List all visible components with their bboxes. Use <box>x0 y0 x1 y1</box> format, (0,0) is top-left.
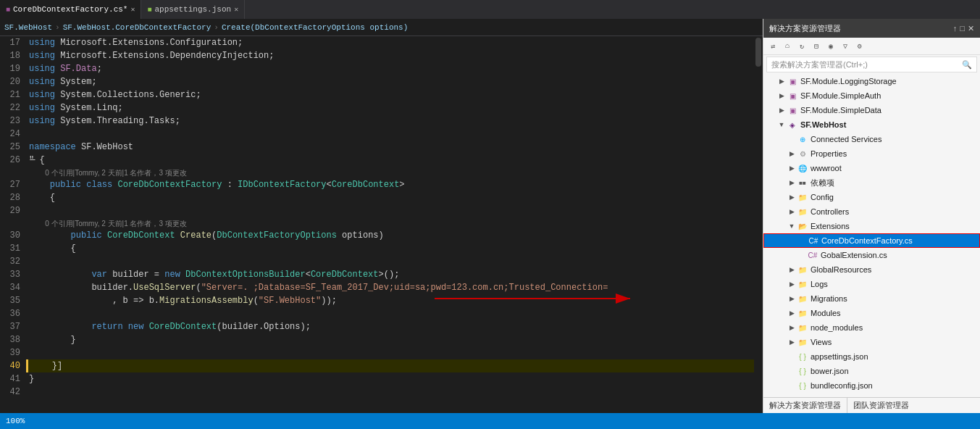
code-line-24 <box>26 128 754 141</box>
line-numbers: 17 18 19 20 21 22 23 24 25 26 27 28 29 3… <box>0 36 26 413</box>
tree-item-config[interactable]: ▶ 📁 Config <box>763 190 980 204</box>
cs-file-icon2: C# <box>807 249 818 261</box>
tab-coredbc-icon: ■ <box>6 6 10 14</box>
solution-panel: 解决方案资源管理器 ↑ □ ✕ ⇄ ⌂ ↻ ⊟ ◉ ▽ ⚙ 搜索解决方案管理器(… <box>763 19 980 413</box>
folder-views-icon: 📁 <box>797 336 808 348</box>
code-line-25: namespace SF.WebHost <box>26 141 754 154</box>
solution-explorer-tab[interactable]: 解决方案资源管理器 <box>763 398 847 413</box>
solution-explorer-header-icons: ↑ □ ✕ <box>953 24 974 33</box>
code-line-20: using System; <box>26 75 754 88</box>
gear-icon: ⚙ <box>797 148 808 159</box>
zoom-level: 100% <box>6 417 25 425</box>
toolbar-home-btn[interactable]: ⌂ <box>781 40 794 53</box>
toolbar-filter-btn[interactable]: ▽ <box>839 40 852 53</box>
editor-scrollbar[interactable] <box>754 36 763 413</box>
code-lines: using Microsoft.Extensions.Configuration… <box>26 36 754 413</box>
tree-item-controllers[interactable]: ▶ 📁 Controllers <box>763 204 980 219</box>
code-line-35: , b => b.MigrationsAssembly("SF.WebHost"… <box>26 294 754 307</box>
breadcrumb-part2: SF.WebHost.CoreDbContextFactory <box>63 23 212 32</box>
tab-coredbc[interactable]: ■ CoreDbContextFactory.cs* ✕ <box>0 0 141 19</box>
code-line-29a: 0 个引用|Tommy, 2 天前|1 名作者，3 项更改 <box>26 217 754 229</box>
code-line-28: { <box>26 191 754 204</box>
code-line-21: using System.Collections.Generic; <box>26 88 754 101</box>
solution-search-box[interactable]: 搜索解决方案管理器(Ctrl+;) 🔍 <box>766 57 977 72</box>
tab-appsettings[interactable]: ■ appsettings.json ✕ <box>141 0 245 19</box>
cs-icon: ▣ <box>787 75 798 87</box>
wwwroot-icon: 🌐 <box>797 162 808 174</box>
tree-item-sfwebhost[interactable]: ▼ ◈ SF.WebHost <box>763 117 980 132</box>
tab-appsettings-close[interactable]: ✕ <box>234 5 238 14</box>
close-icon[interactable]: ✕ <box>968 24 974 33</box>
editor-area: SF.WebHost › SF.WebHost.CoreDbContextFac… <box>0 19 763 413</box>
tree-item-bower[interactable]: { } bower.json <box>763 364 980 378</box>
folder-nodemodules-icon: 📁 <box>797 322 808 333</box>
tree-item-bundle[interactable]: { } bundleconfig.json <box>763 378 980 393</box>
json-icon3: { } <box>797 380 808 391</box>
solution-tree[interactable]: ▶ ▣ SF.Module.LoggingStorage ▶ ▣ SF.Modu… <box>763 74 980 397</box>
tab-coredbc-close[interactable]: ✕ <box>130 5 135 14</box>
code-line-40: }] <box>26 359 754 372</box>
json-icon: { } <box>797 351 808 362</box>
tab-appsettings-label: appsettings.json <box>155 5 232 14</box>
folder-extensions-icon: 📂 <box>797 220 808 232</box>
solution-explorer-header: 解决方案资源管理器 ↑ □ ✕ <box>763 19 980 38</box>
tree-item-connected[interactable]: ⊕ Connected Services <box>763 132 980 146</box>
tree-item-views[interactable]: ▶ 📁 Views <box>763 335 980 349</box>
web-icon: ◈ <box>787 119 798 130</box>
code-line-26a: 0 个引用|Tommy, 2 天前|1 名作者，3 项更改 <box>26 167 754 178</box>
breadcrumb-part1: SF.WebHost <box>4 23 52 32</box>
tree-item-deps[interactable]: ▶ ■■ 依赖项 <box>763 175 980 190</box>
tree-item-logs[interactable]: ▶ 📁 Logs <box>763 277 980 291</box>
cs-file-icon: C# <box>808 235 819 246</box>
tab-coredbc-label: CoreDbContextFactory.cs* <box>13 5 127 14</box>
connected-icon: ⊕ <box>797 133 808 145</box>
tree-item-wwwroot[interactable]: ▶ 🌐 wwwroot <box>763 161 980 175</box>
cs-icon3: ▣ <box>787 104 798 116</box>
toolbar-collapse-btn[interactable]: ⊟ <box>810 40 823 53</box>
folder-migrations-icon: 📁 <box>797 293 808 304</box>
toolbar-show-all-btn[interactable]: ◉ <box>824 40 837 53</box>
tree-item-logging[interactable]: ▶ ▣ SF.Module.LoggingStorage <box>763 74 980 88</box>
bottom-tab-strip: 解决方案资源管理器 团队资源管理器 <box>763 397 980 413</box>
tree-item-nodemodules[interactable]: ▶ 📁 node_modules <box>763 320 980 335</box>
pin-icon[interactable]: ↑ <box>953 24 958 33</box>
tree-item-coredbc-file[interactable]: C# CoreDbContextFactory.cs <box>763 233 980 248</box>
solution-search-placeholder: 搜索解决方案管理器(Ctrl+;) <box>771 59 868 70</box>
toolbar-sync-btn[interactable]: ⇄ <box>766 40 779 53</box>
code-line-23: using System.Threading.Tasks; <box>26 114 754 128</box>
tree-item-globalres[interactable]: ▶ 📁 GlobalResources <box>763 262 980 277</box>
tree-item-appsettings[interactable]: { } appsettings.json <box>763 349 980 364</box>
code-line-30: public CoreDbContext Create(DbContextFac… <box>26 229 754 242</box>
toolbar-settings-btn[interactable]: ⚙ <box>853 40 866 53</box>
dock-icon[interactable]: □ <box>960 24 965 33</box>
tree-item-gobal-file[interactable]: C# GobalExtension.cs <box>763 248 980 262</box>
folder-modules-icon: 📁 <box>797 307 808 319</box>
tree-item-properties[interactable]: ▶ ⚙ Properties <box>763 146 980 161</box>
code-line-33: var builder = new DbContextOptionsBuilde… <box>26 268 754 281</box>
code-line-27: public class CoreDbContextFactory : IDbC… <box>26 178 754 191</box>
tree-item-simpleauth[interactable]: ▶ ▣ SF.Module.SimpleAuth <box>763 88 980 103</box>
code-line-31: { <box>26 242 754 255</box>
tree-item-simpledata[interactable]: ▶ ▣ SF.Module.SimpleData <box>763 103 980 117</box>
code-line-17: using Microsoft.Extensions.Configuration… <box>26 36 754 49</box>
tree-item-extensions[interactable]: ▼ 📂 Extensions <box>763 219 980 233</box>
code-container[interactable]: 17 18 19 20 21 22 23 24 25 26 27 28 29 3… <box>0 36 763 413</box>
cs-icon2: ▣ <box>787 90 798 101</box>
code-line-29 <box>26 204 754 217</box>
tree-item-modules[interactable]: ▶ 📁 Modules <box>763 306 980 320</box>
toolbar-refresh-btn[interactable]: ↻ <box>795 40 808 53</box>
folder-controllers-icon: 📁 <box>797 206 808 217</box>
tree-item-migrations[interactable]: ▶ 📁 Migrations <box>763 291 980 306</box>
search-icon[interactable]: 🔍 <box>962 60 972 70</box>
code-line-18: using Microsoft.Extensions.DependencyInj… <box>26 49 754 62</box>
code-line-32 <box>26 255 754 268</box>
tab-appsettings-icon: ■ <box>147 6 151 14</box>
code-line-22: using System.Linq; <box>26 101 754 114</box>
scroll-thumb[interactable] <box>755 38 761 67</box>
code-line-39 <box>26 346 754 359</box>
team-explorer-tab[interactable]: 团队资源管理器 <box>847 398 915 413</box>
status-bar: 100% <box>0 413 980 429</box>
code-line-38: } <box>26 333 754 346</box>
folder-config-icon: 📁 <box>797 191 808 203</box>
tab-bar: ■ CoreDbContextFactory.cs* ✕ ■ appsettin… <box>0 0 980 19</box>
